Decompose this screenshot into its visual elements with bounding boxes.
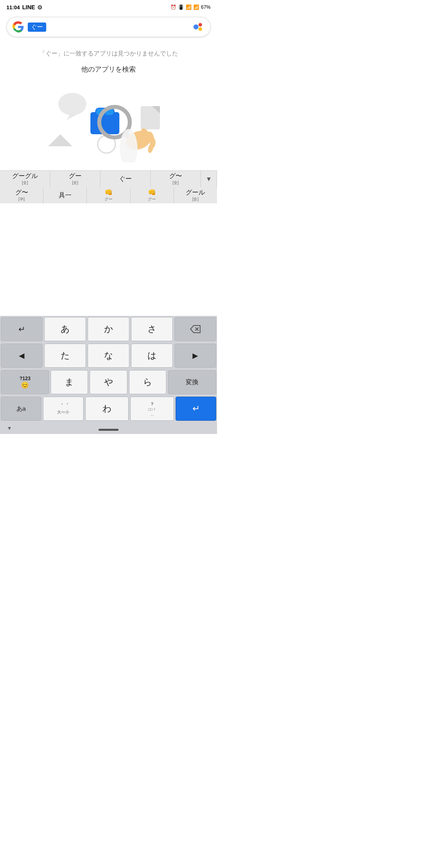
- key-num-emoji[interactable]: ?123 😊: [1, 370, 49, 394]
- wifi-icon: 📶: [186, 4, 192, 10]
- search-chip[interactable]: ぐー: [28, 23, 46, 32]
- key-ma[interactable]: ま: [51, 370, 88, 394]
- home-pill[interactable]: [98, 429, 119, 431]
- battery-display: 67%: [201, 4, 211, 10]
- key-punct-sub: □□！: [148, 407, 156, 412]
- keyboard-suggestions: グーグル [全] グー [全] ぐー グ〜 [全] ▾ グ〜 [半] 具一 👊 …: [0, 170, 217, 203]
- vibrate-icon: 📳: [178, 4, 184, 10]
- status-right: ⏰ 📳 📶 📶 67%: [170, 4, 211, 10]
- key-return[interactable]: ↵: [176, 397, 216, 421]
- search-bar-container: ぐー: [0, 13, 217, 41]
- suggestion-gu-half[interactable]: グ〜 [半]: [0, 187, 43, 204]
- status-bar: 11:04 LINE ⊙ ⏰ 📳 📶 📶 67%: [0, 0, 217, 13]
- search-illustration: [44, 82, 173, 162]
- signal-icon: 📶: [193, 4, 199, 10]
- key-right[interactable]: ▶: [174, 344, 216, 368]
- key-left[interactable]: ◀: [1, 344, 43, 368]
- key-kana-switch[interactable]: あa: [1, 397, 41, 421]
- key-na[interactable]: な: [88, 344, 129, 368]
- status-left: 11:04 LINE ⊙: [6, 4, 42, 10]
- svg-point-3: [58, 93, 86, 115]
- suggestion-google[interactable]: グーグル [全]: [0, 171, 50, 187]
- suggestion-gu-full[interactable]: グー [全]: [50, 171, 100, 187]
- google-mic-dots[interactable]: [192, 20, 205, 33]
- key-enter-back[interactable]: ↵: [1, 317, 43, 341]
- svg-marker-20: [190, 326, 200, 333]
- bottom-nav: ▾: [0, 422, 217, 434]
- key-ka[interactable]: か: [88, 317, 129, 341]
- key-ha[interactable]: は: [131, 344, 173, 368]
- suggestion-collapse-btn[interactable]: ▾: [201, 171, 217, 187]
- key-sa[interactable]: さ: [131, 317, 173, 341]
- suggestion-guichi[interactable]: 具一: [43, 187, 87, 204]
- keyboard-row-2: ◀ た な は ▶: [0, 342, 217, 369]
- key-ra[interactable]: ら: [129, 370, 166, 394]
- search-bar[interactable]: ぐー: [6, 17, 211, 37]
- keyboard-hide-chevron[interactable]: ▾: [8, 425, 11, 431]
- suggestion-row-1: グーグル [全] グー [全] ぐー グ〜 [全] ▾: [0, 171, 217, 187]
- keyboard-row-1: ↵ あ か さ: [0, 316, 217, 342]
- line-icon: LINE: [22, 4, 35, 10]
- search-other-text: 他のアプリを検索: [8, 65, 209, 74]
- svg-point-2: [199, 27, 202, 31]
- keyboard: ↵ あ か さ ◀ た な は ▶ ?123 😊 ま や ら 変換 あa: [0, 316, 217, 422]
- svg-point-0: [193, 25, 198, 29]
- key-num-label: ?123: [20, 376, 31, 381]
- key-punct-label: ？: [150, 401, 154, 407]
- key-emoji-icon: 😊: [21, 381, 29, 389]
- google-logo: [12, 21, 24, 33]
- suggestion-row-2: グ〜 [半] 具一 👊 グー 👊 グー グール [全]: [0, 187, 217, 204]
- chrome-icon: ⊙: [37, 4, 42, 10]
- no-result-text: 「ぐー」に一致するアプリは見つかりませんでした: [8, 49, 209, 58]
- time-display: 11:04: [6, 4, 20, 10]
- svg-marker-5: [48, 134, 72, 146]
- suggestion-gu-wave[interactable]: グ〜 [全]: [151, 171, 201, 187]
- key-a[interactable]: あ: [44, 317, 86, 341]
- key-henkan[interactable]: 変換: [168, 370, 216, 394]
- svg-marker-4: [66, 114, 76, 120]
- keyboard-row-3: ?123 😊 ま や ら 変換: [0, 369, 217, 395]
- suggestion-gu-hira[interactable]: ぐー: [100, 171, 151, 187]
- suggestion-fist2[interactable]: 👊 グー: [131, 187, 174, 204]
- key-ta[interactable]: た: [44, 344, 86, 368]
- key-backspace[interactable]: [174, 317, 216, 341]
- suggestion-fist1[interactable]: 👊 グー: [87, 187, 130, 204]
- key-size-label: 大⇔小: [57, 409, 69, 415]
- alarm-icon: ⏰: [170, 4, 176, 10]
- key-punct[interactable]: ？ □□！ …: [130, 397, 174, 421]
- svg-point-1: [199, 23, 202, 27]
- key-dakuten-label: ゛゜: [58, 402, 68, 409]
- keyboard-row-4: あa ゛゜ 大⇔小 わ ？ □□！ … ↵: [0, 395, 217, 422]
- main-content: 「ぐー」に一致するアプリは見つかりませんでした 他のアプリを検索: [0, 41, 217, 170]
- key-punct-dots: …: [150, 412, 154, 416]
- illustration: [8, 78, 209, 166]
- key-wa[interactable]: わ: [85, 397, 129, 421]
- key-ya[interactable]: や: [90, 370, 127, 394]
- suggestion-gurl[interactable]: グール [全]: [174, 187, 217, 204]
- key-dakuten[interactable]: ゛゜ 大⇔小: [43, 397, 84, 421]
